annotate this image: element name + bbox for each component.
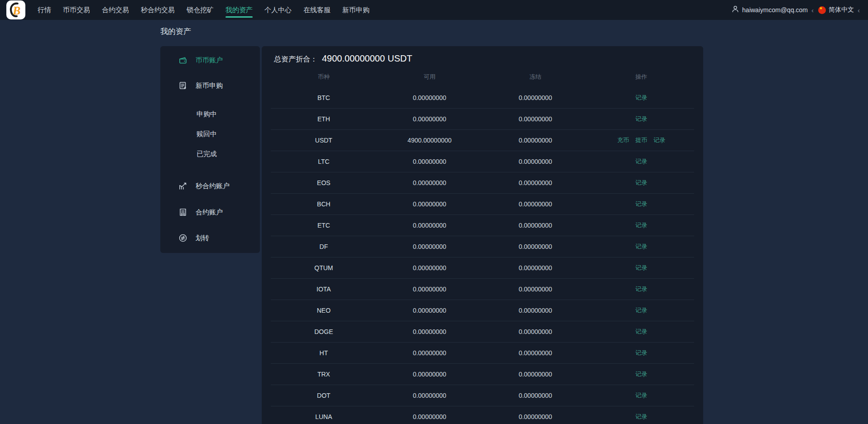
- table-row-USDT: USDT 4900.00000000 0.00000000 充币提币记录: [271, 129, 694, 151]
- action-link-记录[interactable]: 记录: [653, 136, 665, 144]
- action-link-记录[interactable]: 记录: [635, 157, 647, 166]
- table-row-IOTA: IOTA 0.00000000 0.00000000 记录: [271, 278, 694, 300]
- action-link-记录[interactable]: 记录: [635, 306, 647, 314]
- action-link-记录[interactable]: 记录: [635, 391, 647, 400]
- total-assets-value: 4900.00000000: [322, 53, 385, 64]
- top-navigation-bar: B 行情币币交易合约交易秒合约交易锁仓挖矿我的资产个人中心在线客服新币申购 ha…: [0, 0, 868, 20]
- available-amount: 0.00000000: [377, 264, 483, 272]
- available-amount: 0.00000000: [377, 94, 483, 101]
- row-actions: 记录: [588, 200, 694, 208]
- coin-name: BTC: [271, 94, 377, 101]
- row-actions: 记录: [588, 264, 694, 272]
- row-actions: 记录: [588, 157, 694, 166]
- action-link-记录[interactable]: 记录: [635, 285, 647, 293]
- page-title: 我的资产: [160, 26, 868, 37]
- coin-name: HT: [271, 349, 377, 357]
- sidebar-item-秒合约账户[interactable]: 秒合约账户: [160, 176, 260, 196]
- nav-item-新币申购[interactable]: 新币申购: [336, 0, 375, 20]
- nav-item-行情[interactable]: 行情: [32, 0, 57, 20]
- action-link-记录[interactable]: 记录: [635, 264, 647, 272]
- column-header-冻结: 冻结: [483, 73, 589, 81]
- available-amount: 0.00000000: [377, 328, 483, 335]
- coin-name: EOS: [271, 179, 377, 186]
- language-selector[interactable]: ★ 简体中文 ‹: [818, 6, 861, 14]
- sidebar-item-label: 划转: [196, 234, 209, 243]
- action-link-提币[interactable]: 提币: [635, 136, 647, 144]
- table-row-DOGE: DOGE 0.00000000 0.00000000 记录: [271, 321, 694, 342]
- column-header-可用: 可用: [377, 73, 483, 81]
- action-link-记录[interactable]: 记录: [635, 328, 647, 336]
- assets-table: 币种可用冻结操作 BTC 0.00000000 0.00000000 记录 ET…: [271, 67, 694, 424]
- sidebar-item-合约账户[interactable]: 合约账户: [160, 202, 260, 223]
- table-row-ETC: ETC 0.00000000 0.00000000 记录: [271, 214, 694, 236]
- frozen-amount: 0.00000000: [483, 179, 589, 186]
- row-actions: 记录: [588, 115, 694, 123]
- available-amount: 0.00000000: [377, 200, 483, 208]
- action-link-记录[interactable]: 记录: [635, 94, 647, 102]
- nav-item-币币交易[interactable]: 币币交易: [57, 0, 96, 20]
- sidebar-item-新币申购[interactable]: 新币申购: [160, 75, 260, 96]
- available-amount: 4900.00000000: [377, 137, 483, 144]
- column-header-操作: 操作: [588, 73, 694, 81]
- assets-sidebar: 币币账户 新币申购 申购中赎回中已完成 秒合约账户 合约账户 划转: [160, 46, 260, 253]
- action-link-记录[interactable]: 记录: [635, 370, 647, 378]
- frozen-amount: 0.00000000: [483, 115, 589, 123]
- sidebar-item-币币账户[interactable]: 币币账户: [160, 50, 260, 71]
- row-actions: 记录: [588, 349, 694, 357]
- nav-item-在线客服[interactable]: 在线客服: [297, 0, 336, 20]
- contract-doc-icon: [178, 208, 187, 217]
- language-label: 简体中文: [829, 6, 854, 14]
- action-link-记录[interactable]: 记录: [635, 243, 647, 251]
- frozen-amount: 0.00000000: [483, 328, 589, 335]
- action-link-记录[interactable]: 记录: [635, 413, 647, 421]
- row-actions: 记录: [588, 285, 694, 293]
- row-actions: 记录: [588, 328, 694, 336]
- chart-icon: [178, 181, 187, 191]
- frozen-amount: 0.00000000: [483, 137, 589, 144]
- user-account-menu[interactable]: haiwaiymcom@qq.com ‹: [731, 5, 815, 15]
- sidebar-item-已完成[interactable]: 已完成: [160, 144, 260, 164]
- row-actions: 记录: [588, 391, 694, 400]
- sidebar-item-赎回中[interactable]: 赎回中: [160, 124, 260, 144]
- coin-name: DOGE: [271, 328, 377, 335]
- action-link-记录[interactable]: 记录: [635, 349, 647, 357]
- nav-item-锁仓挖矿[interactable]: 锁仓挖矿: [181, 0, 220, 20]
- assets-panel: 总资产折合： 4900.00000000 USDT 币种可用冻结操作 BTC 0…: [262, 46, 703, 424]
- available-amount: 0.00000000: [377, 115, 483, 123]
- subscribe-doc-icon: [178, 81, 187, 90]
- coin-name: LTC: [271, 158, 377, 165]
- coin-name: IOTA: [271, 286, 377, 293]
- brand-logo[interactable]: B: [6, 0, 25, 19]
- available-amount: 0.00000000: [377, 222, 483, 229]
- action-link-记录[interactable]: 记录: [635, 115, 647, 123]
- sidebar-item-申购中[interactable]: 申购中: [160, 104, 260, 124]
- row-actions: 记录: [588, 179, 694, 187]
- table-row-LTC: LTC 0.00000000 0.00000000 记录: [271, 151, 694, 172]
- available-amount: 0.00000000: [377, 286, 483, 293]
- action-link-充币[interactable]: 充币: [617, 136, 629, 144]
- nav-item-秒合约交易[interactable]: 秒合约交易: [135, 0, 181, 20]
- transfer-icon: [178, 233, 187, 243]
- nav-item-个人中心[interactable]: 个人中心: [259, 0, 297, 20]
- available-amount: 0.00000000: [377, 413, 483, 420]
- frozen-amount: 0.00000000: [483, 392, 589, 399]
- sidebar-item-划转[interactable]: 划转: [160, 228, 260, 248]
- available-amount: 0.00000000: [377, 392, 483, 399]
- nav-right-group: haiwaiymcom@qq.com ‹ ★ 简体中文 ‹: [731, 5, 861, 15]
- chevron-icon: ‹: [857, 7, 861, 14]
- coin-name: USDT: [271, 137, 377, 144]
- svg-text:B: B: [12, 4, 20, 17]
- nav-item-合约交易[interactable]: 合约交易: [96, 0, 135, 20]
- table-row-DF: DF 0.00000000 0.00000000 记录: [271, 236, 694, 257]
- available-amount: 0.00000000: [377, 158, 483, 165]
- frozen-amount: 0.00000000: [483, 264, 589, 272]
- nav-item-我的资产[interactable]: 我的资产: [220, 0, 259, 20]
- action-link-记录[interactable]: 记录: [635, 200, 647, 208]
- coin-name: LUNA: [271, 413, 377, 420]
- frozen-amount: 0.00000000: [483, 307, 589, 314]
- action-link-记录[interactable]: 记录: [635, 221, 647, 229]
- action-link-记录[interactable]: 记录: [635, 179, 647, 187]
- frozen-amount: 0.00000000: [483, 94, 589, 101]
- wallet-icon: [178, 56, 187, 65]
- available-amount: 0.00000000: [377, 371, 483, 378]
